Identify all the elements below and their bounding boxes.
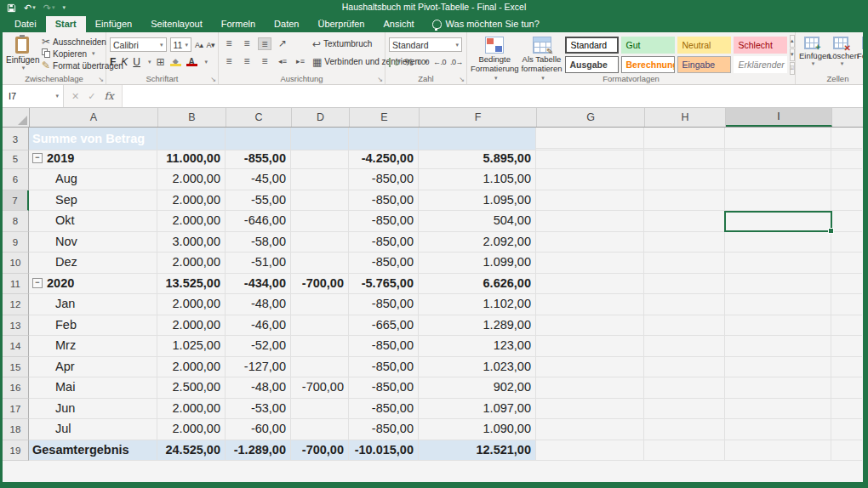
cell-e[interactable]: -665,00 xyxy=(349,315,419,337)
cell-b[interactable]: 2.000,00 xyxy=(157,190,226,212)
cell-empty[interactable] xyxy=(725,440,831,462)
cell-d[interactable] xyxy=(291,357,349,378)
cell-a[interactable]: − Dez xyxy=(29,253,157,274)
currency-format-icon[interactable] xyxy=(389,58,391,67)
italic-button[interactable]: K xyxy=(121,56,128,68)
cell-empty[interactable] xyxy=(644,440,725,462)
cell-b[interactable]: 24.525,00 xyxy=(157,440,226,462)
cell-empty[interactable] xyxy=(536,190,644,212)
cell-c[interactable]: -127,00 xyxy=(226,357,291,378)
cell-d[interactable] xyxy=(291,232,349,253)
font-dialog-launcher[interactable]: ↘ xyxy=(210,76,216,83)
cell-a[interactable]: − Nov xyxy=(29,232,157,253)
tab-start[interactable]: Start xyxy=(46,16,86,32)
underline-button[interactable]: U xyxy=(133,56,140,68)
cell-empty[interactable] xyxy=(536,169,644,190)
cell-e[interactable]: -10.015,00 xyxy=(349,440,419,462)
cell-f[interactable]: 1.102,00 xyxy=(419,294,536,315)
row-header[interactable]: 15 xyxy=(3,357,29,378)
row-header[interactable]: 19 xyxy=(3,440,29,462)
column-header-i[interactable]: I xyxy=(726,108,832,127)
orientation-icon[interactable]: ↗ xyxy=(276,37,289,50)
cell-empty[interactable] xyxy=(831,253,862,274)
tab-seitenlayout[interactable]: Seitenlayout xyxy=(141,16,212,32)
shrink-font-icon[interactable]: A▾ xyxy=(206,41,214,49)
cell-empty[interactable] xyxy=(725,357,831,378)
cell-c[interactable]: -646,00 xyxy=(226,211,291,232)
column-header-partial[interactable] xyxy=(832,108,863,127)
cell-d[interactable]: -700,00 xyxy=(291,274,349,295)
cell-empty[interactable] xyxy=(536,336,644,357)
row-header[interactable]: 14 xyxy=(3,336,29,357)
cell-f[interactable]: 1.097,00 xyxy=(419,399,536,420)
cell-e[interactable]: -850,00 xyxy=(349,190,419,212)
align-center-icon[interactable]: ≡ xyxy=(240,55,254,68)
collapse-button[interactable]: − xyxy=(32,278,43,288)
font-name-select[interactable]: Calibri▾ xyxy=(110,37,167,52)
cell-empty[interactable] xyxy=(536,315,644,337)
cell-empty[interactable] xyxy=(831,169,862,190)
column-header-a[interactable]: A xyxy=(30,108,158,127)
row-header[interactable]: 16 xyxy=(3,377,29,399)
number-dialog-launcher[interactable]: ↘ xyxy=(459,76,465,83)
cell-c[interactable]: -46,00 xyxy=(226,315,291,337)
cell-d[interactable] xyxy=(291,169,349,190)
insert-function-icon[interactable]: fx xyxy=(104,90,113,102)
column-header-g[interactable]: G xyxy=(537,108,645,127)
cell-b[interactable]: 2.000,00 xyxy=(157,399,226,420)
cell-empty[interactable] xyxy=(725,190,831,212)
row-header[interactable]: 12 xyxy=(3,294,29,315)
cell-a[interactable]: − Gesamtergebnis xyxy=(29,440,157,462)
cell-empty[interactable] xyxy=(644,357,725,378)
cell-f[interactable]: 12.521,00 xyxy=(419,440,536,462)
number-format-select[interactable]: Standard▾ xyxy=(389,37,462,52)
alignment-dialog-launcher[interactable]: ↘ xyxy=(377,76,383,83)
cell-b[interactable]: 2.000,00 xyxy=(157,294,226,315)
cell-b[interactable] xyxy=(157,129,226,150)
cell-style-eingabe[interactable]: Eingabe xyxy=(677,56,731,73)
cell-empty[interactable] xyxy=(725,399,831,420)
collapse-button[interactable]: − xyxy=(32,153,43,163)
font-size-select[interactable]: 11▾ xyxy=(170,37,191,52)
cell-style-ausgabe[interactable]: Ausgabe xyxy=(565,56,619,73)
cell-c[interactable]: -60,00 xyxy=(226,419,291,440)
cell-c[interactable]: -434,00 xyxy=(226,274,291,295)
cell-empty[interactable] xyxy=(831,190,862,212)
cell-e[interactable]: -850,00 xyxy=(349,294,419,315)
cell-a[interactable]: − 2019 xyxy=(29,149,157,170)
cell-empty[interactable] xyxy=(536,274,644,295)
cell-empty[interactable] xyxy=(536,419,644,440)
cell-c[interactable]: -58,00 xyxy=(226,232,291,253)
cell-d[interactable] xyxy=(291,315,349,337)
row-header[interactable]: 3 xyxy=(3,129,29,150)
cell-b[interactable]: 13.525,00 xyxy=(157,274,226,295)
cell-a[interactable]: − Jun xyxy=(29,399,157,420)
tab-einfgen[interactable]: Einfügen xyxy=(86,16,141,32)
column-header-e[interactable]: E xyxy=(350,108,420,127)
cell-e[interactable]: -850,00 xyxy=(349,377,419,399)
cell-style-neutral[interactable]: Neutral xyxy=(677,37,731,54)
cell-empty[interactable] xyxy=(644,211,725,232)
cell-empty[interactable] xyxy=(831,419,862,440)
cell-empty[interactable] xyxy=(831,377,862,399)
cell-c[interactable]: -51,00 xyxy=(226,253,291,274)
select-all-button[interactable] xyxy=(3,108,30,127)
decrease-indent-icon[interactable]: ◂≡ xyxy=(276,55,289,68)
cell-c[interactable]: -855,00 xyxy=(226,149,291,170)
cell-a[interactable]: − Sep xyxy=(29,190,157,212)
row-header[interactable]: 18 xyxy=(3,419,29,440)
cell-empty[interactable] xyxy=(644,336,725,357)
cell-f[interactable]: 2.092,00 xyxy=(419,232,536,253)
cell-style-schlecht[interactable]: Schlecht xyxy=(734,37,787,54)
cell-style-berechnung[interactable]: Berechnung xyxy=(621,56,675,73)
cell-empty[interactable] xyxy=(644,419,725,440)
name-box-dropdown-icon[interactable]: ▾ xyxy=(55,93,59,99)
row-header[interactable]: 7 xyxy=(3,190,29,212)
cell-f[interactable]: 1.099,00 xyxy=(419,253,536,274)
cell-empty[interactable] xyxy=(536,211,644,232)
cell-e[interactable]: -4.250,00 xyxy=(349,149,419,170)
align-middle-icon[interactable]: ≡ xyxy=(240,37,254,50)
cell-c[interactable]: -45,00 xyxy=(226,169,291,190)
cell-f[interactable]: 5.895,00 xyxy=(419,149,536,170)
font-color-button[interactable]: A xyxy=(186,58,197,66)
